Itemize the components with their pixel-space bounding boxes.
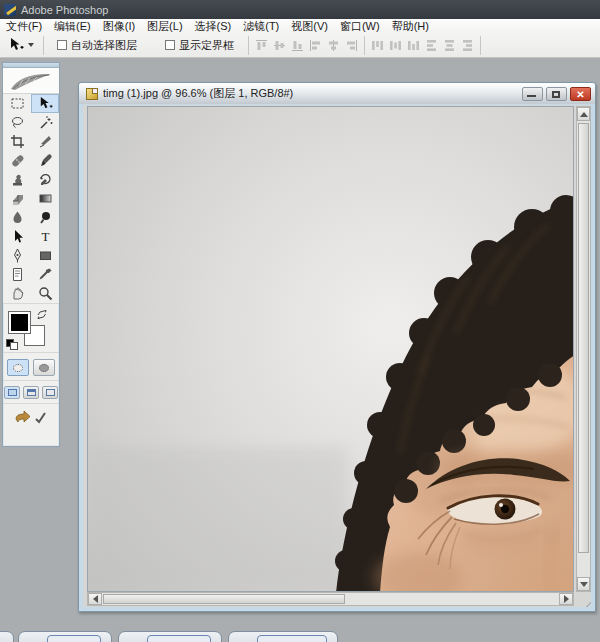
pen-tool[interactable] [3, 246, 31, 265]
imageready-row [3, 406, 59, 432]
arrow-down-icon [580, 582, 588, 587]
fullscreen-menubar-icon [27, 389, 36, 396]
menu-layer[interactable]: 图层(L) [141, 19, 188, 33]
align-vertical-center-button[interactable] [272, 38, 287, 53]
dodge-tool[interactable] [31, 208, 59, 227]
menu-image[interactable]: 图像(I) [97, 19, 141, 33]
auto-select-layer-checkbox[interactable]: 自动选择图层 [57, 38, 137, 53]
notes-icon [10, 267, 25, 282]
notes-tool[interactable] [3, 265, 31, 284]
photoshop-feather-logo [3, 68, 59, 94]
options-bar: 自动选择图层 显示定界框 [0, 33, 600, 58]
arrow-up-icon [580, 112, 588, 117]
lasso-tool[interactable] [3, 113, 31, 132]
menu-edit[interactable]: 编辑(E) [48, 19, 97, 33]
close-button[interactable]: ✕ [570, 87, 591, 101]
vertical-scrollbar[interactable] [576, 106, 591, 592]
partial-button[interactable] [18, 631, 112, 642]
fullscreen-mode-button[interactable] [42, 386, 58, 399]
path-selection-tool[interactable] [3, 227, 31, 246]
eyedropper-tool[interactable] [31, 265, 59, 284]
menu-select[interactable]: 选择(S) [189, 19, 238, 33]
swap-colors-icon[interactable] [36, 309, 48, 324]
window-resize-grip[interactable] [578, 594, 591, 607]
align-top-button[interactable] [254, 38, 269, 53]
document-body [83, 105, 591, 607]
partial-button-inner [47, 635, 101, 642]
partial-button[interactable] [228, 631, 338, 642]
shape-tool[interactable] [31, 246, 59, 265]
vertical-scroll-thumb[interactable] [578, 123, 589, 553]
active-tool-preset[interactable] [0, 37, 38, 53]
slice-icon [38, 134, 53, 149]
history-brush-tool[interactable] [31, 170, 59, 189]
menu-window[interactable]: 窗口(W) [334, 19, 386, 33]
pen-icon [10, 248, 25, 263]
move-tool-icon [8, 37, 24, 53]
distribute-vertical-center-button[interactable] [388, 38, 403, 53]
scroll-left-button[interactable] [88, 593, 102, 605]
align-left-button[interactable] [308, 38, 323, 53]
scroll-up-button[interactable] [577, 107, 590, 121]
checkbox-box[interactable] [57, 40, 67, 50]
tool-preset-dropdown-arrow[interactable] [28, 43, 34, 47]
quick-mask-mode-button[interactable] [33, 359, 55, 376]
edit-mode-buttons [3, 355, 59, 380]
partial-button[interactable] [0, 631, 14, 642]
zoom-tool[interactable] [31, 284, 59, 303]
foreground-color-swatch[interactable] [8, 311, 31, 334]
slice-tool[interactable] [31, 132, 59, 151]
canvas[interactable] [87, 106, 574, 592]
menu-filter[interactable]: 滤镜(T) [237, 19, 285, 33]
document-titlebar[interactable]: timg (1).jpg @ 96.6% (图层 1, RGB/8#) ✕ [79, 83, 595, 104]
tool-grid: T [3, 94, 59, 303]
distribute-horizontal-center-button[interactable] [442, 38, 457, 53]
distribute-top-button[interactable] [370, 38, 385, 53]
blur-tool[interactable] [3, 208, 31, 227]
show-bounding-box-checkbox[interactable]: 显示定界框 [165, 38, 234, 53]
app-title: Adobe Photoshop [21, 4, 108, 16]
horizontal-scroll-thumb[interactable] [103, 594, 345, 604]
crop-tool[interactable] [3, 132, 31, 151]
horizontal-scrollbar[interactable] [87, 592, 574, 606]
move-tool[interactable] [31, 94, 59, 113]
scroll-down-button[interactable] [577, 577, 590, 591]
distribute-right-button[interactable] [460, 38, 475, 53]
maximize-button[interactable] [546, 87, 567, 101]
lasso-icon [10, 115, 25, 130]
hand-tool[interactable] [3, 284, 31, 303]
document-title: timg (1).jpg @ 96.6% (图层 1, RGB/8#) [103, 86, 519, 101]
fullscreen-with-menubar-button[interactable] [23, 386, 39, 399]
distribute-left-button[interactable] [424, 38, 439, 53]
align-horizontal-center-button[interactable] [326, 38, 341, 53]
clone-stamp-tool[interactable] [3, 170, 31, 189]
distribute-buttons-group [370, 38, 475, 53]
healing-brush-tool[interactable] [3, 151, 31, 170]
rectangular-marquee-tool[interactable] [3, 94, 31, 113]
imageready-icon [14, 409, 48, 426]
menu-help[interactable]: 帮助(H) [386, 19, 435, 33]
gradient-tool[interactable] [31, 189, 59, 208]
checkbox-box[interactable] [165, 40, 175, 50]
standard-screen-mode-button[interactable] [4, 386, 20, 399]
menu-file[interactable]: 文件(F) [0, 19, 48, 33]
hand-icon [10, 286, 25, 301]
partial-button[interactable] [118, 631, 222, 642]
type-tool[interactable]: T [31, 227, 59, 246]
magic-wand-tool[interactable] [31, 113, 59, 132]
menu-view[interactable]: 视图(V) [285, 19, 334, 33]
scroll-right-button[interactable] [559, 593, 573, 605]
edit-in-imageready-button[interactable] [14, 409, 48, 429]
standard-mode-button[interactable] [7, 359, 29, 376]
app-titlebar[interactable]: Adobe Photoshop [0, 0, 600, 19]
separator [43, 36, 44, 55]
minimize-button[interactable] [522, 87, 543, 101]
align-bottom-button[interactable] [290, 38, 305, 53]
distribute-bottom-button[interactable] [406, 38, 421, 53]
brush-tool[interactable] [31, 151, 59, 170]
eraser-tool[interactable] [3, 189, 31, 208]
align-right-button[interactable] [344, 38, 359, 53]
shape-icon [38, 248, 53, 263]
brush-icon [38, 153, 53, 168]
default-colors-icon[interactable] [6, 339, 19, 350]
